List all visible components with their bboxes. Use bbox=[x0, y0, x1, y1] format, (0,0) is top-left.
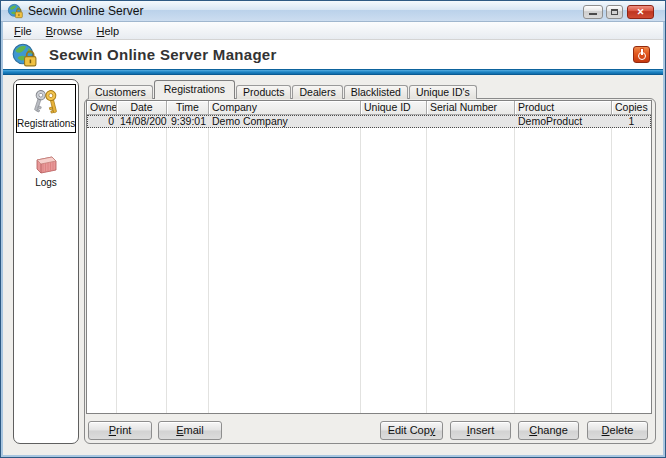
title-bar[interactable]: Secwin Online Server ✕ bbox=[1, 1, 665, 22]
header-banner: Secwin Online Server Manager bbox=[3, 40, 663, 69]
print-button[interactable]: Print bbox=[88, 421, 152, 440]
globe-lock-icon bbox=[11, 42, 37, 68]
maximize-button[interactable] bbox=[606, 5, 623, 19]
column-header-copies[interactable]: Copies bbox=[612, 101, 651, 115]
tab-registrations[interactable]: Registrations bbox=[154, 80, 235, 99]
shutdown-button[interactable] bbox=[633, 46, 650, 63]
menu-file[interactable]: File bbox=[7, 24, 39, 38]
sidebar-item-logs[interactable]: Logs bbox=[16, 151, 76, 191]
app-globe-lock-icon bbox=[7, 3, 23, 19]
cell-serial-number bbox=[427, 115, 515, 128]
column-header-date[interactable]: Date bbox=[117, 101, 167, 115]
cell-product: DemoProduct bbox=[515, 115, 612, 128]
sidebar-item-label: Registrations bbox=[17, 118, 75, 132]
tab-blacklisted[interactable]: Blacklisted bbox=[344, 85, 408, 99]
cell-date: 14/08/2009 bbox=[117, 115, 167, 128]
maximize-icon bbox=[611, 9, 618, 15]
column-header-owner[interactable]: Owner bbox=[87, 101, 117, 115]
page-title: Secwin Online Server Manager bbox=[49, 46, 633, 63]
sidebar-item-label: Logs bbox=[16, 177, 76, 191]
tab-dealers[interactable]: Dealers bbox=[292, 85, 342, 99]
sidebar-item-registrations[interactable]: Registrations bbox=[16, 84, 76, 133]
menu-bar: File Browse Help bbox=[3, 22, 663, 40]
change-button[interactable]: Change bbox=[518, 421, 579, 440]
tab-customers[interactable]: Customers bbox=[88, 85, 153, 99]
tab-unique-ids[interactable]: Unique ID's bbox=[409, 85, 477, 99]
logbook-icon bbox=[32, 151, 60, 177]
column-header-product[interactable]: Product bbox=[515, 101, 612, 115]
table-row-selected[interactable]: 0 14/08/2009 9:39:01 Demo Company DemoPr… bbox=[87, 115, 651, 128]
column-header-company[interactable]: Company bbox=[209, 101, 361, 115]
cell-copies: 1 bbox=[612, 115, 651, 128]
column-header-serial-number[interactable]: Serial Number bbox=[427, 101, 515, 115]
table-empty-area bbox=[87, 128, 651, 413]
cell-owner: 0 bbox=[87, 115, 117, 128]
column-header-unique-id[interactable]: Unique ID bbox=[361, 101, 427, 115]
cell-time: 9:39:01 bbox=[167, 115, 209, 128]
minimize-icon bbox=[589, 13, 597, 15]
close-button[interactable]: ✕ bbox=[627, 5, 654, 19]
close-icon: ✕ bbox=[637, 7, 645, 17]
window-title: Secwin Online Server bbox=[28, 4, 659, 18]
delete-button[interactable]: Delete bbox=[587, 421, 648, 440]
menu-help[interactable]: Help bbox=[89, 24, 126, 38]
table-header-row: Owner Date Time Company Unique ID Serial… bbox=[87, 101, 651, 115]
column-header-time[interactable]: Time bbox=[167, 101, 209, 115]
accent-divider-bar bbox=[3, 69, 663, 75]
email-button[interactable]: Email bbox=[158, 421, 222, 440]
app-window: Secwin Online Server ✕ File Browse Help … bbox=[0, 0, 666, 458]
cell-unique-id bbox=[361, 115, 427, 128]
tab-products[interactable]: Products bbox=[236, 85, 291, 99]
client-area: Registrations Logs Customers Registratio… bbox=[3, 76, 663, 451]
menu-browse[interactable]: Browse bbox=[39, 24, 90, 38]
minimize-button[interactable] bbox=[583, 5, 603, 19]
insert-button[interactable]: Insert bbox=[450, 421, 511, 440]
keys-icon bbox=[30, 88, 62, 118]
cell-company: Demo Company bbox=[209, 115, 361, 128]
tab-strip: Customers Registrations Products Dealers… bbox=[88, 80, 478, 99]
edit-copy-button[interactable]: Edit Copy bbox=[380, 421, 443, 440]
registrations-table[interactable]: Owner Date Time Company Unique ID Serial… bbox=[86, 100, 652, 414]
sidebar: Registrations Logs bbox=[13, 79, 79, 444]
